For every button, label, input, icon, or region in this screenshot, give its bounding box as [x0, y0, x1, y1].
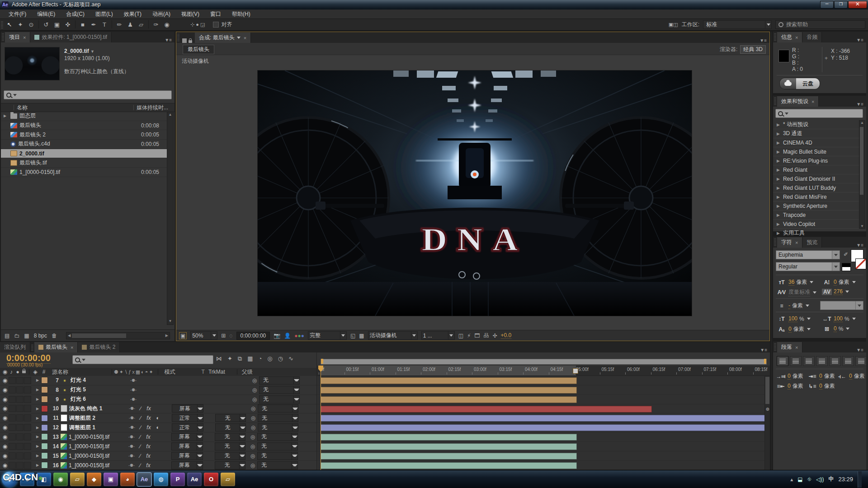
layer-bar-row[interactable]	[317, 461, 770, 470]
mask-visibility-icon[interactable]: ◌	[229, 333, 232, 339]
align-button-3[interactable]	[816, 356, 828, 366]
toggle-cell[interactable]	[9, 462, 16, 469]
layer-row[interactable]: ◉▶9⚹灯光 6-⚉-◎无	[0, 395, 316, 404]
layer-expander-icon[interactable]: ▶	[34, 463, 41, 467]
snapshot-icon[interactable]: 📷	[274, 333, 280, 339]
layer-bar-row[interactable]	[317, 432, 770, 442]
mode-select[interactable]: 屏幕	[171, 442, 203, 450]
toggle-cell[interactable]	[9, 386, 16, 394]
maximize-button[interactable]: ❐	[834, 1, 848, 9]
toggle-cell[interactable]	[9, 414, 16, 422]
timeline-search-input[interactable]	[72, 355, 213, 364]
toggle-cell[interactable]	[24, 386, 31, 394]
frame-blend-icon[interactable]: ▦	[247, 355, 253, 362]
layer-expander-icon[interactable]: ▶	[34, 444, 41, 448]
project-bit-depth[interactable]: 8 bpc	[34, 333, 47, 339]
camera-tool[interactable]: ▣	[52, 21, 62, 28]
effects-category[interactable]: ▶3D 通道	[773, 129, 860, 138]
timeline-button-icon[interactable]: 🗖	[474, 333, 480, 339]
puppet-pin-tool[interactable]: ◉	[161, 21, 172, 28]
shy-icon[interactable]: -⚉-	[127, 463, 137, 468]
fx-icon[interactable]: fx	[144, 424, 153, 431]
shy-icon[interactable]: -⚉-	[127, 416, 137, 420]
parent-select[interactable]: 无	[258, 423, 298, 432]
parent-pickwhip-icon[interactable]: ◎	[249, 424, 257, 431]
transparency-grid-icon[interactable]: ▩	[359, 333, 364, 339]
collapse-icon[interactable]: ∕	[137, 405, 144, 412]
layer-expander-icon[interactable]: ▶	[34, 397, 41, 401]
twirl-icon[interactable]: ▶	[777, 141, 780, 145]
project-item[interactable]: 最后镜头.tif	[1, 158, 167, 168]
parent-pickwhip-icon[interactable]: ◎	[249, 434, 257, 440]
toggle-cell[interactable]	[16, 462, 24, 469]
effects-category[interactable]: ▶Video Copilot	[773, 220, 860, 229]
twirl-icon[interactable]: ▶	[777, 177, 780, 181]
layer-bar-row[interactable]	[317, 385, 770, 395]
clone-stamp-tool[interactable]: ♟	[125, 21, 136, 28]
graph-editor-icon[interactable]: ∿	[288, 355, 293, 362]
parent-pickwhip-icon[interactable]: ◎	[249, 443, 257, 450]
eye-icon[interactable]: ◉	[2, 387, 8, 393]
align-button-4[interactable]	[829, 356, 841, 366]
layer-bar-row[interactable]	[317, 442, 770, 451]
new-folder-icon[interactable]: 🗀	[14, 333, 19, 339]
tab-timeline-comp2[interactable]: 最后镜头 2	[78, 342, 120, 352]
view-layout-select[interactable]: 1 ...	[421, 331, 455, 340]
tab-timeline-comp1[interactable]: 最后镜头×	[34, 342, 78, 352]
preview-name[interactable]: 2_0000.tif	[64, 48, 89, 54]
twirl-icon[interactable]: ▶	[777, 122, 780, 127]
layer-duration-bar[interactable]	[321, 415, 768, 422]
fx-icon[interactable]: fx	[144, 434, 153, 440]
flowchart-icon[interactable]: 品	[483, 332, 489, 339]
project-search-input[interactable]	[4, 90, 172, 99]
project-item[interactable]: 1_[0000-0150].tif0:00:05	[1, 168, 167, 177]
layer-row[interactable]: ◉▶8⚹灯光 5-⚉-◎无	[0, 385, 316, 395]
twirl-icon[interactable]: ▶	[777, 231, 780, 235]
toggle-cell[interactable]	[16, 433, 24, 441]
panel-menu-icon[interactable]: ▼≡	[162, 38, 175, 42]
twirl-icon[interactable]: ▶	[777, 213, 780, 217]
tab-effect-controls[interactable]: 效果控件: 1_[0000-0150].tif	[30, 32, 112, 42]
shy-icon[interactable]: -⚉-	[127, 435, 137, 439]
layer-duration-bar[interactable]	[321, 453, 577, 460]
pixel-aspect-icon[interactable]: ◫	[458, 333, 463, 339]
twirl-icon[interactable]: ▶	[777, 186, 780, 190]
layer-duration-bar[interactable]	[321, 443, 577, 450]
zoom-select[interactable]: 50%	[190, 331, 217, 340]
breadcrumb-comp-button[interactable]: 最后镜头	[183, 45, 214, 54]
folder2-icon[interactable]: ▱	[221, 473, 235, 486]
twirl-icon[interactable]: ▶	[777, 131, 780, 136]
purple-app-icon[interactable]: ▣	[104, 473, 118, 486]
layer-label-swatch[interactable]	[41, 386, 48, 393]
parent-select[interactable]: 无	[259, 386, 300, 394]
hand-tool[interactable]: ✦	[15, 21, 26, 28]
tray-volume-icon[interactable]: ◁))	[816, 476, 824, 483]
layer-label-swatch[interactable]	[41, 433, 48, 440]
layer-label-swatch[interactable]	[41, 396, 48, 403]
menu-item[interactable]: 图层(L)	[90, 9, 118, 19]
parent-pickwhip-icon[interactable]: ◎	[249, 405, 257, 412]
project-item[interactable]: ▶固态层	[1, 112, 167, 121]
panel-menu-icon[interactable]: ▼≡	[757, 347, 770, 352]
layer-label-swatch[interactable]	[41, 424, 48, 431]
eye-icon[interactable]: ◉	[2, 415, 8, 421]
eyedropper-icon[interactable]: ✐	[844, 251, 848, 258]
after-effects-icon[interactable]: Ae	[137, 473, 151, 486]
fx-icon[interactable]: fx	[144, 415, 153, 421]
tray-network-icon[interactable]: ⛗	[807, 476, 812, 483]
parent-pickwhip-icon[interactable]: ◎	[249, 415, 257, 421]
minimize-button[interactable]: –	[820, 1, 834, 9]
red-app-icon[interactable]: O	[204, 473, 218, 486]
eye-icon[interactable]: ◉	[2, 396, 8, 403]
green-browser-icon[interactable]: ◉	[53, 473, 68, 486]
fx-icon[interactable]: fx	[144, 462, 153, 469]
tab-composition[interactable]: 合成: 最后镜头×	[195, 33, 251, 43]
fx-icon[interactable]: fx	[144, 453, 153, 459]
pen-tool[interactable]: ✒	[88, 21, 99, 28]
trkmat-select[interactable]: 无	[215, 423, 246, 432]
twirl-icon[interactable]: ▶	[777, 222, 780, 226]
parent-select[interactable]: 无	[258, 414, 298, 422]
channel-icon[interactable]: ●●●	[294, 333, 304, 339]
tab-info[interactable]: 信息×	[777, 32, 802, 42]
mode-select[interactable]: 正常	[172, 423, 203, 432]
